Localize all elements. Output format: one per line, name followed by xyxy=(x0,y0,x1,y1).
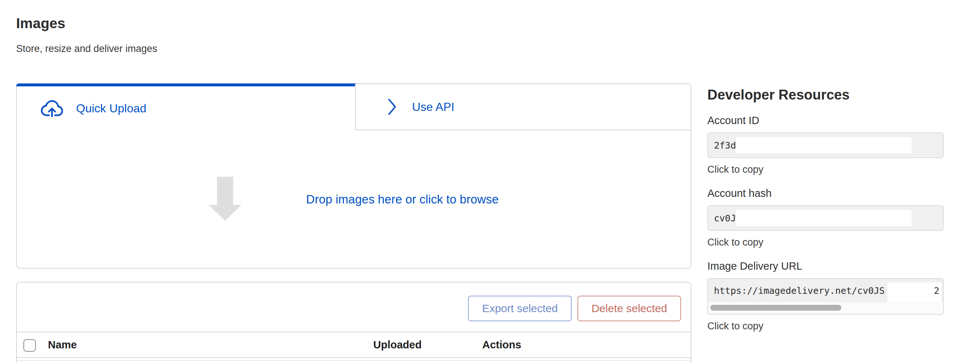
developer-resources-panel: Developer Resources Account ID 2f3d Clic… xyxy=(707,86,944,344)
drop-arrow-icon xyxy=(208,177,242,222)
upload-card: Quick Upload Use API Drop images here or… xyxy=(16,83,691,269)
horizontal-scrollbar-thumb[interactable] xyxy=(710,305,841,310)
table-header-row: Name Uploaded Actions xyxy=(17,331,690,358)
image-delivery-url-value: https://imagedelivery.net/cv0JS xyxy=(714,285,885,296)
dropzone[interactable]: Drop images here or click to browse xyxy=(17,131,690,268)
click-to-copy-hint: Click to copy xyxy=(707,237,944,248)
image-delivery-url-line: https://imagedelivery.net/cv0JS 2 xyxy=(708,279,943,302)
redaction-overlay xyxy=(888,282,942,303)
column-header-actions: Actions xyxy=(482,339,521,351)
account-hash-field: Account hash cv0J Click to copy xyxy=(707,187,944,248)
active-tab-indicator xyxy=(16,83,356,86)
images-table-card: Export selected Delete selected Name Upl… xyxy=(16,282,691,363)
tab-quick-upload[interactable]: Quick Upload xyxy=(17,86,355,130)
tab-quick-upload-label: Quick Upload xyxy=(76,102,146,115)
select-all-checkbox[interactable] xyxy=(24,339,36,352)
column-header-name: Name xyxy=(48,339,77,351)
redaction-overlay xyxy=(736,137,912,153)
delete-selected-button[interactable]: Delete selected xyxy=(578,296,681,321)
column-header-uploaded: Uploaded xyxy=(373,339,422,351)
dropzone-label: Drop images here or click to browse xyxy=(306,193,498,206)
tab-use-api-label: Use API xyxy=(412,100,455,114)
url-overflow-character: 2 xyxy=(934,285,939,296)
table-row-divider xyxy=(17,360,690,361)
page-title: Images xyxy=(16,15,65,32)
image-delivery-url-value-box[interactable]: https://imagedelivery.net/cv0JS 2 xyxy=(707,278,944,315)
cloud-upload-icon xyxy=(40,100,64,117)
image-delivery-url-field: Image Delivery URL https://imagedelivery… xyxy=(707,260,944,332)
horizontal-scrollbar-track[interactable] xyxy=(708,302,943,314)
images-page: Images Store, resize and deliver images … xyxy=(0,0,980,363)
account-id-field: Account ID 2f3d Click to copy xyxy=(707,114,944,175)
account-hash-value: cv0J xyxy=(714,213,736,224)
table-toolbar: Export selected Delete selected xyxy=(468,296,681,321)
tab-use-api[interactable]: Use API xyxy=(355,84,690,130)
chevron-right-icon xyxy=(387,98,398,116)
export-selected-button[interactable]: Export selected xyxy=(468,296,572,321)
account-id-value: 2f3d xyxy=(714,140,736,151)
account-hash-label: Account hash xyxy=(707,187,944,199)
account-hash-value-box[interactable]: cv0J xyxy=(707,205,944,231)
account-id-label: Account ID xyxy=(707,114,944,127)
developer-resources-heading: Developer Resources xyxy=(707,86,944,103)
page-subtitle: Store, resize and deliver images xyxy=(16,43,158,54)
image-delivery-url-label: Image Delivery URL xyxy=(707,260,944,272)
click-to-copy-hint: Click to copy xyxy=(707,320,944,332)
click-to-copy-hint: Click to copy xyxy=(707,164,944,175)
account-id-value-box[interactable]: 2f3d xyxy=(707,132,944,158)
redaction-overlay xyxy=(736,210,912,226)
